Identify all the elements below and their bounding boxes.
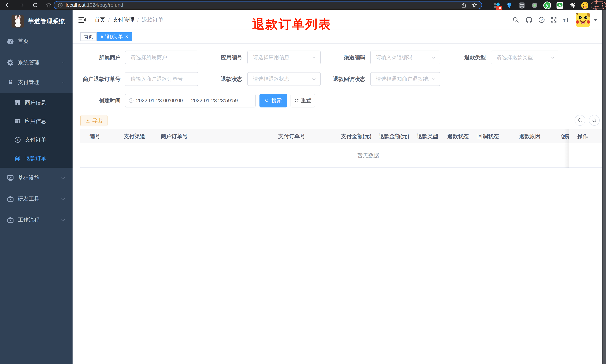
active-dot-icon — [101, 36, 103, 38]
tag-home[interactable]: 首页 — [80, 32, 97, 41]
sidebar-collapse-icon[interactable] — [78, 16, 86, 24]
refresh-button[interactable] — [589, 115, 600, 126]
sidebar-item-label: 研发工具 — [18, 195, 40, 203]
browser-update-button[interactable]: 更新 — [591, 1, 606, 9]
extension-y-icon[interactable]: y — [543, 1, 551, 10]
breadcrumb-home[interactable]: 首页 — [94, 16, 105, 24]
sidebar-item-label: 基础设施 — [18, 174, 40, 182]
user-avatar[interactable] — [576, 13, 590, 27]
app-logo — [12, 15, 24, 27]
table-header-cell: 退款状态 — [447, 129, 469, 143]
extension-badge: 10 — [496, 6, 502, 10]
sidebar-item-label: 支付管理 — [18, 79, 40, 86]
yen-icon: ¥ — [6, 78, 15, 87]
breadcrumb-separator: / — [137, 17, 139, 23]
extension-balloon-icon[interactable] — [505, 1, 513, 10]
help-icon[interactable]: ? — [538, 16, 546, 24]
caret-down-icon[interactable] — [593, 19, 597, 22]
table-body: 暂无数据 — [80, 144, 603, 168]
browser-chrome: localhost :1024/pay/refund 10 — [0, 0, 606, 10]
export-button-label: 导出 — [92, 117, 103, 124]
filter-label-merchant-refund-no: 商户退款订单号 — [65, 72, 120, 86]
export-button[interactable]: 导出 — [80, 115, 107, 126]
yen-circle-icon: ¥ — [14, 136, 21, 143]
sidebar-item-label: 工作流程 — [18, 216, 40, 224]
briefcase-icon — [6, 216, 15, 224]
browser-menu-icon[interactable] — [601, 3, 604, 7]
extension-command-icon[interactable] — [518, 1, 526, 10]
sidebar-item-merchant-info[interactable]: 商户信息 — [0, 96, 73, 110]
url-bar[interactable]: localhost :1024/pay/refund — [53, 1, 482, 9]
svg-text:T: T — [563, 19, 566, 23]
filter-label-app: 应用编号 — [186, 51, 242, 64]
date-end-value: 2022-01-23 23:59:59 — [191, 98, 238, 104]
sidebar-item-label: 商户信息 — [25, 99, 46, 106]
gear-icon — [6, 58, 15, 67]
documents-icon — [14, 155, 21, 162]
notify-status-select[interactable] — [370, 72, 440, 86]
extension-emoji-icon[interactable] — [581, 1, 589, 10]
close-icon[interactable] — [125, 35, 128, 38]
sidebar-item-system[interactable]: 系统管理 — [0, 56, 73, 70]
tag-refund-order[interactable]: 退款订单 — [97, 32, 132, 41]
filter-label-refund-status: 退款状态 — [186, 72, 242, 86]
filter-label-notify-status: 退款回调状态 — [310, 72, 365, 86]
sidebar: 芋道管理系统 首页 系统管理 ¥ 支付管理 — [0, 10, 73, 364]
sidebar-item-workflow[interactable]: 工作流程 — [0, 213, 73, 227]
breadcrumb: 首页 / 支付管理 / 退款订单 — [94, 10, 163, 30]
sidebar-item-app-info[interactable]: 应用信息 — [0, 114, 73, 128]
tag-label: 退款订单 — [105, 34, 123, 39]
browser-forward-button[interactable] — [18, 1, 25, 9]
svg-text:?: ? — [540, 18, 542, 22]
browser-back-button[interactable] — [4, 1, 11, 9]
table-header-cell: 商户订单号 — [161, 129, 188, 143]
browser-reload-button[interactable] — [32, 1, 39, 9]
window-right-edge — [602, 10, 606, 364]
table-header-cell: 回调状态 — [477, 129, 499, 143]
briefcase-icon — [6, 195, 15, 203]
sidebar-item-infra[interactable]: 基础设施 — [0, 171, 73, 185]
bookmark-star-icon[interactable] — [472, 2, 478, 8]
extension-puzzle-icon[interactable] — [568, 1, 577, 10]
filter-label-merchant: 所属商户 — [65, 51, 120, 64]
toggle-search-button[interactable] — [575, 115, 585, 126]
screen: localhost :1024/pay/refund 10 — [0, 0, 606, 364]
sidebar-item-home[interactable]: 首页 — [0, 34, 73, 48]
share-icon[interactable] — [461, 2, 467, 8]
svg-text:¥: ¥ — [17, 138, 19, 142]
font-size-icon[interactable]: TT — [563, 16, 571, 24]
date-separator: - — [186, 98, 188, 104]
github-icon[interactable] — [525, 16, 533, 24]
sidebar-item-refund-order[interactable]: 退款订单 — [0, 151, 73, 166]
search-button[interactable]: 搜索 — [260, 94, 287, 107]
sidebar-item-pay[interactable]: ¥ 支付管理 — [0, 75, 73, 90]
header-search-icon[interactable] — [512, 16, 520, 24]
table-empty-text: 暂无数据 — [357, 152, 379, 159]
sidebar-item-label: 退款订单 — [25, 155, 46, 162]
extension-chat-icon[interactable] — [556, 1, 564, 10]
table-header-cell: 退款类型 — [417, 129, 438, 143]
main-content: 所属商户 应用编号 渠道编码 退款类型 商户退款订单号 退款状态 退款回调状态 — [73, 43, 602, 364]
filter-label-refund-type: 退款类型 — [430, 51, 486, 64]
svg-text:T: T — [566, 17, 569, 23]
channel-select[interactable] — [370, 51, 440, 64]
chevron-down-icon — [61, 196, 66, 201]
storefront-icon — [14, 99, 21, 106]
breadcrumb-separator: / — [108, 17, 110, 23]
refund-type-select[interactable] — [491, 51, 559, 64]
tags-bar: 首页 退款订单 — [73, 30, 602, 43]
filter-label-create-time: 创建时间 — [65, 94, 120, 107]
fullscreen-icon[interactable] — [550, 16, 558, 24]
table-header-cell: 退款原因 — [519, 129, 540, 143]
breadcrumb-pay[interactable]: 支付管理 — [113, 16, 134, 24]
sidebar-item-devtools[interactable]: 研发工具 — [0, 192, 73, 206]
fixed-column-divider — [569, 129, 569, 168]
create-time-range-picker[interactable]: 2022-01-23 00:00:00 - 2022-01-23 23:59:5… — [125, 94, 256, 107]
extension-gray-circle-icon[interactable] — [530, 1, 539, 10]
site-info-icon[interactable] — [57, 2, 63, 8]
browser-home-button[interactable] — [45, 1, 52, 9]
sidebar-item-label: 应用信息 — [25, 117, 46, 125]
sidebar-item-pay-order[interactable]: ¥ 支付订单 — [0, 133, 73, 147]
extension-diamond-icon[interactable]: 10 — [493, 1, 501, 10]
reset-button[interactable]: 重置 — [290, 94, 315, 107]
